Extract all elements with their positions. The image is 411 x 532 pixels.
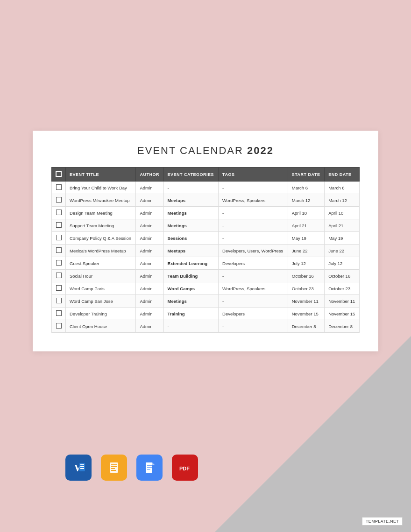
row-checkbox-cell	[52, 232, 66, 245]
tags-cell: -	[219, 295, 288, 308]
category-cell: -	[163, 182, 219, 194]
table-row: Client Open HouseAdmin--December 8Decemb…	[52, 320, 360, 333]
app-icons-bar: W PDF	[65, 455, 198, 481]
title-year: 2022	[247, 145, 274, 156]
header-checkbox[interactable]	[56, 171, 62, 177]
page-title: EVENT CALENDAR 2022	[51, 145, 360, 157]
end-date-cell: November 11	[325, 295, 360, 308]
row-checkbox-cell	[52, 182, 66, 194]
end-date-cell: October 23	[325, 282, 360, 295]
category-cell: Meetings	[163, 219, 219, 232]
end-date-cell: April 10	[325, 207, 360, 219]
category-cell: Extended Learning	[163, 257, 219, 270]
word-svg: W	[71, 460, 86, 475]
author-cell: Admin	[136, 245, 163, 257]
row-checkbox-cell	[52, 245, 66, 257]
tags-cell: WordPress, Speakers	[219, 282, 288, 295]
author-cell: Admin	[136, 270, 163, 282]
category-cell: Training	[163, 308, 219, 320]
tags-cell: -	[219, 219, 288, 232]
end-date-cell: June 22	[325, 245, 360, 257]
pdf-icon[interactable]: PDF	[172, 455, 198, 481]
start-date-cell: June 22	[288, 245, 324, 257]
row-checkbox[interactable]	[56, 235, 62, 240]
row-checkbox-cell	[52, 308, 66, 320]
svg-rect-7	[110, 462, 118, 473]
category-cell: Meetups	[163, 245, 219, 257]
event-title-cell: Client Open House	[66, 320, 136, 333]
author-cell: Admin	[136, 320, 163, 333]
author-cell: Admin	[136, 207, 163, 219]
row-checkbox[interactable]	[56, 285, 62, 291]
table-row: Developer TrainingAdminTrainingDeveloper…	[52, 308, 360, 320]
tags-cell: Developers	[219, 308, 288, 320]
header-start-date: START DATE	[288, 168, 324, 182]
svg-rect-4	[80, 466, 84, 467]
start-date-cell: October 23	[288, 282, 324, 295]
end-date-cell: November 15	[325, 308, 360, 320]
header-check	[52, 168, 66, 182]
event-title-cell: Developer Training	[66, 308, 136, 320]
event-title-cell: Mexica's WordPress Meetup	[66, 245, 136, 257]
pages-svg	[106, 460, 121, 475]
event-title-cell: Guest Speaker	[66, 257, 136, 270]
event-title-cell: Word Camp Paris	[66, 282, 136, 295]
row-checkbox[interactable]	[56, 197, 62, 203]
start-date-cell: March 6	[288, 182, 324, 194]
table-row: Word Camp ParisAdminWord CampsWordPress,…	[52, 282, 360, 295]
docs-icon[interactable]	[136, 455, 163, 481]
row-checkbox-cell	[52, 207, 66, 219]
start-date-cell: May 19	[288, 232, 324, 245]
table-row: Guest SpeakerAdminExtended LearningDevel…	[52, 257, 360, 270]
row-checkbox[interactable]	[56, 247, 62, 253]
template-watermark: TEMPLATE.NET	[362, 517, 403, 525]
row-checkbox[interactable]	[56, 323, 62, 329]
author-cell: Admin	[136, 219, 163, 232]
pdf-svg: PDF	[177, 460, 192, 475]
header-event-title: EVENT TITLE	[66, 168, 136, 182]
title-prefix: EVENT CALENDAR	[137, 145, 247, 156]
table-row: Social HourAdminTeam Building-October 16…	[52, 270, 360, 282]
tags-cell: -	[219, 182, 288, 194]
row-checkbox[interactable]	[56, 210, 62, 215]
pages-icon[interactable]	[101, 455, 127, 481]
header-author: AUTHOR	[136, 168, 163, 182]
svg-rect-9	[111, 466, 117, 467]
tags-cell: -	[219, 232, 288, 245]
svg-rect-11	[111, 470, 116, 471]
start-date-cell: October 16	[288, 270, 324, 282]
category-cell: Team Building	[163, 270, 219, 282]
event-title-cell: Social Hour	[66, 270, 136, 282]
table-row: Word Camp San JoseAdminMeetings-November…	[52, 295, 360, 308]
row-checkbox[interactable]	[56, 222, 62, 228]
tags-cell: WordPress, Speakers	[219, 194, 288, 207]
event-title-cell: Bring Your Child to Work Day	[66, 182, 136, 194]
header-event-categories: EVENT CATEGORIES	[163, 168, 219, 182]
svg-text:PDF: PDF	[179, 466, 190, 471]
row-checkbox[interactable]	[56, 298, 62, 303]
word-icon[interactable]: W	[65, 455, 92, 481]
row-checkbox[interactable]	[56, 273, 62, 278]
author-cell: Admin	[136, 182, 163, 194]
table-row: Company Policy Q & A SessionAdminSession…	[52, 232, 360, 245]
row-checkbox[interactable]	[56, 260, 62, 266]
author-cell: Admin	[136, 232, 163, 245]
category-cell: Sessions	[163, 232, 219, 245]
table-row: Design Team MeetingAdminMeetings-April 1…	[52, 207, 360, 219]
author-cell: Admin	[136, 308, 163, 320]
start-date-cell: July 12	[288, 257, 324, 270]
author-cell: Admin	[136, 282, 163, 295]
row-checkbox-cell	[52, 257, 66, 270]
row-checkbox-cell	[52, 320, 66, 333]
end-date-cell: April 21	[325, 219, 360, 232]
row-checkbox[interactable]	[56, 310, 62, 316]
category-cell: Meetings	[163, 295, 219, 308]
start-date-cell: April 21	[288, 219, 324, 232]
svg-rect-18	[147, 469, 150, 470]
end-date-cell: October 16	[325, 270, 360, 282]
row-checkbox[interactable]	[56, 184, 62, 190]
tags-cell: -	[219, 270, 288, 282]
svg-rect-16	[147, 465, 152, 466]
end-date-cell: July 12	[325, 257, 360, 270]
author-cell: Admin	[136, 257, 163, 270]
